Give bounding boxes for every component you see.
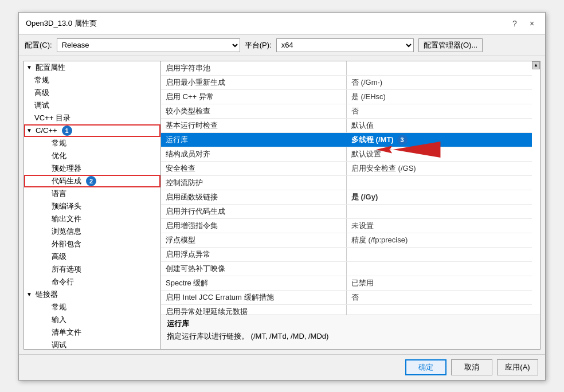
apply-button[interactable]: 应用(A) — [497, 359, 538, 375]
tree-item-config-props[interactable]: ▼配置属性 — [24, 61, 160, 74]
prop-value-security-check: 启用安全检查 (/GS) — [347, 161, 532, 175]
prop-name-func-link: 启用函数级链接 — [161, 190, 347, 204]
prop-name-control-flow: 控制流防护 — [161, 175, 347, 190]
prop-value-enhanced-inst: 未设置 — [347, 218, 532, 233]
prop-value-float-except — [347, 247, 532, 261]
ok-button[interactable]: 确定 — [405, 359, 446, 375]
prop-row-cpp-exception[interactable]: 启用 C++ 异常是 (/EHsc) — [161, 89, 532, 104]
prop-name-hotpatch: 创建可热补丁映像 — [161, 261, 347, 276]
badge-1: 1 — [62, 126, 72, 136]
prop-row-float-model[interactable]: 浮点模型精度 (/fp:precise) — [161, 233, 532, 247]
props-body: 启用字符串池启用最小重新生成否 (/Gm-)启用 C++ 异常是 (/EHsc)… — [161, 61, 540, 315]
prop-row-struct-align[interactable]: 结构成员对齐默认设置 — [161, 147, 532, 161]
tree-label-linker: 链接器 — [36, 289, 58, 300]
prop-value-struct-align: 默认设置 — [347, 147, 532, 161]
prop-row-runtime-lib[interactable]: 运行库多线程 (/MT)3 — [161, 132, 532, 147]
tree-item-debug[interactable]: 调试 — [24, 99, 160, 112]
tree-item-cpp-optimize[interactable]: 优化 — [24, 150, 160, 162]
tree-label-cpp-all: 所有选项 — [52, 264, 81, 275]
tree-item-linker-general[interactable]: 常规 — [24, 301, 160, 313]
prop-value-runtime-lib: 多线程 (/MT)3 — [347, 132, 532, 147]
prop-row-spectre[interactable]: Spectre 缓解已禁用 — [161, 276, 532, 290]
tree-label-cpp-lang: 语言 — [52, 189, 66, 199]
tree-item-cpp-browse[interactable]: 浏览信息 — [24, 225, 160, 238]
prop-value-control-flow — [347, 175, 532, 190]
prop-row-basic-runtime[interactable]: 基本运行时检查默认值 — [161, 118, 532, 132]
tree-item-cpp-adv[interactable]: 高级 — [24, 250, 160, 263]
tree-label-cpp-adv: 高级 — [52, 252, 66, 262]
tree-item-cpp-preprocess[interactable]: 预处理器 — [24, 162, 160, 175]
tree-item-cpp-cmdline[interactable]: 命令行 — [24, 276, 160, 288]
toolbar: 配置(C): Release 平台(P): x64 配置管理器(O)... — [19, 35, 545, 56]
config-select[interactable]: Release — [57, 38, 240, 52]
tree-item-cpp-general[interactable]: 常规 — [24, 137, 160, 150]
tree-item-linker-input[interactable]: 输入 — [24, 313, 160, 326]
cancel-button[interactable]: 取消 — [451, 359, 492, 375]
window-title: Open3D_13.0 属性页 — [26, 18, 97, 29]
tree-label-linker-input: 输入 — [52, 315, 66, 325]
prop-value-basic-runtime: 默认值 — [347, 118, 532, 132]
prop-row-enhanced-inst[interactable]: 启用增强指令集未设置 — [161, 218, 532, 233]
tree-label-cpp-browse: 浏览信息 — [52, 226, 81, 237]
platform-label: 平台(P): — [245, 40, 272, 50]
tree-item-advanced[interactable]: 高级 — [24, 87, 160, 99]
tree-label-cpp-output: 输出文件 — [52, 214, 81, 224]
tree-label-debug: 调试 — [34, 100, 49, 111]
prop-name-security-check: 安全检查 — [161, 161, 347, 175]
tree-item-linker[interactable]: ▼链接器 — [24, 288, 160, 301]
tree-label-advanced: 高级 — [34, 88, 49, 98]
platform-select[interactable]: x64 — [276, 38, 414, 52]
tree-item-cpp-output[interactable]: 输出文件 — [24, 213, 160, 225]
prop-row-exception-cont[interactable]: 启用异常处理延续元数据 — [161, 304, 532, 315]
prop-row-hotpatch[interactable]: 创建可热补丁映像 — [161, 261, 532, 276]
tree-arrow-linker: ▼ — [26, 291, 33, 297]
prop-row-parallel-codegen[interactable]: 启用并行代码生成 — [161, 204, 532, 218]
prop-row-intel-jcc[interactable]: 启用 Intel JCC Erratum 缓解措施否 — [161, 290, 532, 304]
config-label: 配置(C): — [25, 40, 52, 50]
prop-value-smaller-type: 否 — [347, 104, 532, 118]
manager-button[interactable]: 配置管理器(O)... — [418, 38, 483, 52]
badge-3: 3 — [397, 135, 408, 145]
prop-row-min-rebuild[interactable]: 启用最小重新生成否 (/Gm-) — [161, 75, 532, 89]
prop-value-intel-jcc: 否 — [347, 290, 532, 304]
desc-text: 指定运行库以进行链接。 (/MT, /MTd, /MD, /MDd) — [167, 331, 534, 342]
tree-item-linker-debug[interactable]: 调试 — [24, 339, 160, 350]
tree-item-general[interactable]: 常规 — [24, 74, 160, 87]
desc-title: 运行库 — [167, 319, 534, 329]
dialog-window: Open3D_13.0 属性页 ? × 配置(C): Release 平台(P)… — [18, 12, 546, 381]
tree-item-cpp-precompile[interactable]: 预编译头 — [24, 200, 160, 213]
tree-item-linker-manifest[interactable]: 清单文件 — [24, 326, 160, 339]
prop-row-float-except[interactable]: 启用浮点异常 — [161, 247, 532, 261]
prop-value-cpp-exception: 是 (/EHsc) — [347, 89, 532, 104]
prop-row-func-link[interactable]: 启用函数级链接是 (/Gy) — [161, 190, 532, 204]
prop-name-cpp-exception: 启用 C++ 异常 — [161, 89, 347, 104]
scrollbar-up-button[interactable]: ▲ — [532, 61, 540, 69]
close-button[interactable]: × — [526, 17, 538, 30]
prop-row-security-check[interactable]: 安全检查启用安全检查 (/GS) — [161, 161, 532, 175]
tree-label-cpp-cmdline: 命令行 — [52, 277, 74, 287]
title-bar-controls: ? × — [508, 17, 538, 30]
tree-label-cpp-preprocess: 预处理器 — [52, 163, 81, 174]
tree-item-cpp-all[interactable]: 所有选项 — [24, 263, 160, 276]
tree-item-cpp-codegen[interactable]: 代码生成2 — [24, 175, 160, 187]
prop-name-float-except: 启用浮点异常 — [161, 247, 347, 261]
tree-arrow-cpp: ▼ — [26, 127, 33, 134]
help-button[interactable]: ? — [508, 17, 521, 30]
content-area: ▼配置属性常规高级调试VC++ 目录▼C/C++1常规优化预处理器代码生成2语言… — [19, 56, 545, 354]
tree-item-cpp[interactable]: ▼C/C++1 — [24, 124, 160, 137]
prop-name-string-pool: 启用字符串池 — [161, 61, 347, 76]
tree-item-cpp-lang[interactable]: 语言 — [24, 187, 160, 200]
prop-row-string-pool[interactable]: 启用字符串池 — [161, 61, 532, 76]
tree-label-linker-debug: 调试 — [52, 340, 66, 350]
prop-name-float-model: 浮点模型 — [161, 233, 347, 247]
prop-name-exception-cont: 启用异常处理延续元数据 — [161, 304, 347, 315]
prop-value-min-rebuild: 否 (/Gm-) — [347, 75, 532, 89]
badge-2: 2 — [86, 176, 96, 186]
tree-item-cpp-external[interactable]: 外部包含 — [24, 238, 160, 250]
prop-row-smaller-type[interactable]: 较小类型检查否 — [161, 104, 532, 118]
prop-row-control-flow[interactable]: 控制流防护 — [161, 175, 532, 190]
tree-label-cpp: C/C++ — [36, 126, 57, 135]
tree-item-vcpp-dirs[interactable]: VC++ 目录 — [24, 112, 160, 124]
prop-value-float-model: 精度 (/fp:precise) — [347, 233, 532, 247]
footer: 确定 取消 应用(A) — [19, 354, 545, 380]
